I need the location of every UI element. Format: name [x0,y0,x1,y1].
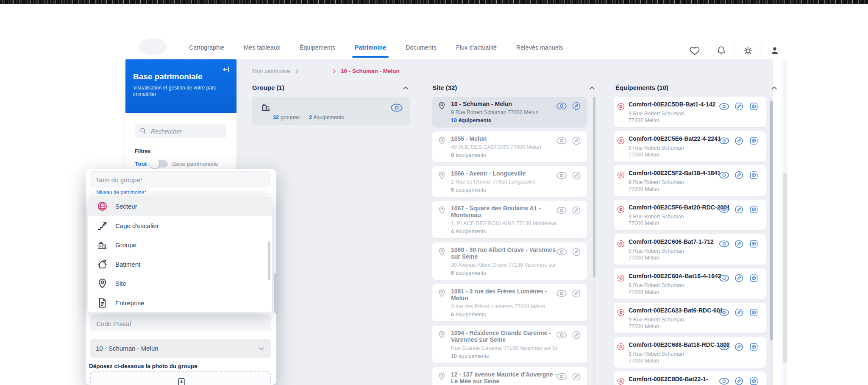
box-icon[interactable] [748,342,759,352]
level-option-batiment[interactable]: Batiment [88,255,272,274]
parent-site-select[interactable]: 10 - Schuman - Melun [90,339,271,358]
tab-equipements[interactable]: Équipements [300,44,335,51]
view-eye-icon[interactable] [556,330,567,340]
edit-pencil-icon[interactable] [571,101,582,111]
view-eye-icon[interactable] [719,342,729,352]
filter-all-label[interactable]: Tout [135,161,147,167]
edit-pencil-icon[interactable] [571,206,582,215]
equipment-card[interactable]: Comfort-00E2C5E6-Bat22-4-2241 9 Rue Robe… [614,131,766,162]
edit-pencil-icon[interactable] [571,171,582,180]
view-eye-icon[interactable] [719,170,729,180]
view-eye-icon[interactable] [556,101,567,111]
account-user-icon[interactable] [769,45,780,56]
site-card[interactable]: 1081 - 3 rue des Frères Lumières - Melun… [432,284,587,321]
equipment-card[interactable]: Comfort-00E2C5F2-Bat18-4-1841 9 Rue Robe… [614,165,766,196]
settings-gear-icon[interactable] [743,45,754,56]
edit-pencil-icon[interactable] [734,342,744,352]
edit-pencil-icon[interactable] [571,136,582,145]
site-collapse-chevron-icon[interactable] [588,84,596,92]
equipment-card[interactable]: Comfort-00E2C60A-Bat16-4-1642 9 Rue Robe… [614,268,766,299]
level-option-groupe[interactable]: Groupe [88,235,272,255]
postal-code-input[interactable] [95,318,267,329]
equipment-scrollbar-thumb[interactable] [770,101,773,340]
edit-pencil-icon[interactable] [571,372,582,381]
view-eye-icon[interactable] [719,377,729,385]
edit-pencil-icon[interactable] [734,205,744,214]
site-card[interactable]: 10 - Schuman - Melun 9 Rue Robert Schuma… [432,97,587,127]
view-eye-icon[interactable] [390,103,403,113]
view-eye-icon[interactable] [719,273,729,283]
tab-mes-tableaux[interactable]: Mes tableaux [244,44,280,51]
box-icon[interactable] [748,136,759,145]
equipment-collapse-chevron-icon[interactable] [771,84,778,92]
site-card[interactable]: 1066 - Avenir - Longueville 2 Rue de l'A… [432,166,587,197]
equipment-card[interactable]: Comfort-00E2C5F6-Bat20-RDC-2001 9 Rue Ro… [614,200,766,230]
groupe-card[interactable]: 32groupes 2équipements [252,97,410,125]
view-eye-icon[interactable] [556,206,567,215]
page-scrollbar-thumb[interactable] [783,173,787,363]
breadcrumb-root[interactable]: Mon patrimoine [252,68,290,74]
box-icon[interactable] [748,170,759,180]
edit-pencil-icon[interactable] [734,308,744,317]
groupe-collapse-chevron-icon[interactable] [402,84,409,92]
equipment-card[interactable]: Comfort-00E2C5DB-Bat1-4-142 9 Rue Robert… [614,97,766,127]
photo-dropzone[interactable] [90,371,271,385]
tab-releves-manuels[interactable]: Relevés manuels [516,44,563,51]
equipment-card[interactable]: Comfort-00E2C606-Bat7-1-712 9 Rue Robert… [614,234,766,265]
tab-cartographie[interactable]: Cartographie [189,44,224,51]
level-option-secteur[interactable]: Secteur [88,197,272,216]
edit-pencil-icon[interactable] [571,330,582,340]
level-option-cage-escalier[interactable]: Cage d'escalier [88,216,272,236]
view-eye-icon[interactable] [556,289,567,298]
site-title: 1081 - 3 rue des Frères Lumières - Melun [451,288,557,301]
box-icon[interactable] [748,273,759,283]
notifications-bell-icon[interactable] [716,45,727,56]
site-card[interactable]: 1094 - Résidence Grande Garenne - Varenn… [432,326,587,363]
menu-scrollbar-thumb[interactable] [268,241,270,280]
box-icon[interactable] [748,308,759,317]
box-icon[interactable] [748,102,759,111]
box-icon[interactable] [748,377,759,385]
view-eye-icon[interactable] [719,308,729,317]
view-eye-icon[interactable] [719,205,729,214]
view-eye-icon[interactable] [556,247,567,257]
site-card[interactable]: 1069 - 30 rue Albert Grave - Varennes su… [432,243,587,280]
view-eye-icon[interactable] [556,372,567,381]
site-title: 1066 - Avenir - Longueville [451,170,557,177]
breadcrumb-current[interactable]: 10 - Schuman - Melun [341,68,400,74]
scope-toggle[interactable] [151,160,168,167]
search-box[interactable] [135,124,226,138]
edit-pencil-icon[interactable] [734,136,744,145]
edit-pencil-icon[interactable] [734,102,744,111]
site-scrollbar-thumb[interactable] [593,97,595,277]
view-eye-icon[interactable] [556,171,567,180]
group-name-input[interactable] [95,174,267,186]
box-icon[interactable] [748,205,759,214]
search-input[interactable] [150,126,224,137]
modal-scrollbar-thumb[interactable] [274,273,277,313]
view-eye-icon[interactable] [719,239,729,248]
edit-pencil-icon[interactable] [734,377,744,385]
edit-pencil-icon[interactable] [734,239,744,248]
site-card[interactable]: 1067 - Square des Boulains A1 - Monterea… [432,201,587,238]
view-eye-icon[interactable] [556,136,567,145]
tab-flux-actualite[interactable]: Flux d'actualité [456,44,497,51]
box-icon[interactable] [748,239,759,248]
site-card[interactable]: 1055 - Melun 40 RUE DES CASTORS 77000 Me… [432,131,587,162]
tab-patrimoine[interactable]: Patrimoine [355,44,386,51]
edit-pencil-icon[interactable] [734,170,744,180]
site-card[interactable]: 12 - 137 avenue Maurice d'Auvergne - Le … [432,367,587,385]
equipment-card[interactable]: Comfort-00E2C688-Bat18-RDC-1802 9 Rue Ro… [614,337,766,368]
equipment-card[interactable]: Comfort-00E2C623-Bat6-RDC-601 9 Rue Robe… [614,303,766,333]
edit-pencil-icon[interactable] [571,247,582,257]
collapse-sidebar-icon[interactable] [222,65,231,74]
level-option-entreprise[interactable]: Entreprise [88,293,272,313]
edit-pencil-icon[interactable] [734,273,744,283]
edit-pencil-icon[interactable] [571,289,582,298]
view-eye-icon[interactable] [719,136,729,145]
view-eye-icon[interactable] [719,102,729,111]
tab-documents[interactable]: Documents [406,44,437,51]
equipment-card[interactable]: Comfort-00E2C8D6-Bat22-1- 9 Rue Robert S… [614,371,766,385]
level-option-site[interactable]: Site [88,274,272,293]
favorites-heart-icon[interactable] [689,45,700,56]
